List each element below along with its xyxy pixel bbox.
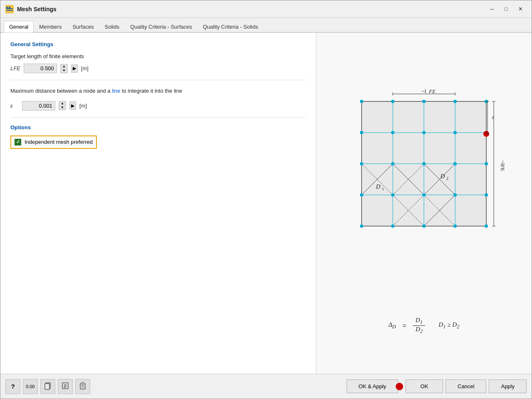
svg-point-43 <box>391 224 394 228</box>
independent-mesh-row[interactable]: ✓ Independent mesh preferred <box>10 135 97 149</box>
svg-point-37 <box>360 193 363 197</box>
svg-point-45 <box>453 224 457 228</box>
svg-text:ε: ε <box>492 114 495 120</box>
tab-quality-criteria-solids[interactable]: Quality Criteria - Solids <box>197 21 264 32</box>
fraction-numerator: D1 <box>416 317 423 325</box>
cancel-button[interactable]: Cancel <box>446 379 486 393</box>
svg-point-22 <box>360 100 363 103</box>
svg-text:2: 2 <box>446 176 448 181</box>
svg-rect-4 <box>9 7 10 8</box>
checkbox-checkmark: ✓ <box>16 139 20 145</box>
export-icon <box>61 382 69 392</box>
svg-point-41 <box>485 193 488 197</box>
copy-button[interactable] <box>40 379 55 394</box>
divider1 <box>10 80 306 80</box>
tabs-bar: General Members Surfaces Solids Quality … <box>0 18 532 33</box>
title-bar-left: Mesh Settings <box>5 5 57 13</box>
svg-rect-67 <box>62 383 68 389</box>
equals-sign: = <box>403 322 406 329</box>
svg-point-34 <box>422 162 426 165</box>
mesh-settings-window: Mesh Settings ─ □ ✕ General Members Surf… <box>0 0 532 399</box>
decimal-icon: 0.00 <box>26 384 34 389</box>
mesh-diagram: ~l FE ~lFE ε D 1 D <box>337 89 511 297</box>
tab-general[interactable]: General <box>4 21 34 32</box>
tab-solids[interactable]: Solids <box>99 21 125 32</box>
epsilon-input-row: ε ▲ ▼ ▶ [m] <box>10 101 306 111</box>
options-section: Options ✓ Independent mesh preferred <box>10 124 306 149</box>
svg-text:FE: FE <box>429 89 436 94</box>
divider2 <box>10 117 306 118</box>
apply-button[interactable]: Apply <box>489 379 527 393</box>
ok-apply-button[interactable]: OK & Apply <box>347 379 398 393</box>
lfe-label: LFE <box>10 65 20 71</box>
tab-quality-criteria-surfaces[interactable]: Quality Criteria - Surfaces <box>125 21 197 32</box>
svg-point-44 <box>422 224 426 228</box>
right-panel: ~l FE ~lFE ε D 1 D <box>316 33 532 374</box>
svg-point-40 <box>453 193 457 197</box>
bottom-bar: ? 0.00 <box>0 374 532 399</box>
general-settings-title: General Settings <box>10 41 306 47</box>
paste-button[interactable] <box>75 379 90 394</box>
action-buttons: OK & Apply OK Cancel Apply <box>347 379 527 393</box>
app-icon <box>5 5 14 13</box>
export-button[interactable] <box>58 379 73 394</box>
decimal-button[interactable]: 0.00 <box>23 379 38 394</box>
bottom-toolbar: ? 0.00 <box>5 379 90 394</box>
lfe-input-row: LFE ▲ ▼ ▶ [m] <box>10 64 306 73</box>
options-title: Options <box>10 124 306 131</box>
svg-text:~lFE: ~lFE <box>500 160 506 171</box>
maximize-button[interactable]: □ <box>500 5 512 14</box>
svg-rect-2 <box>6 10 13 11</box>
title-bar: Mesh Settings ─ □ ✕ <box>0 0 532 18</box>
svg-point-42 <box>360 224 363 228</box>
help-button[interactable]: ? <box>5 379 20 394</box>
lfe-unit: [m] <box>81 65 89 71</box>
ok-button[interactable]: OK <box>406 379 443 393</box>
svg-point-36 <box>485 162 488 165</box>
svg-rect-66 <box>45 384 49 389</box>
svg-text:1: 1 <box>382 187 384 191</box>
left-panel: General Settings Target length of finite… <box>0 33 316 374</box>
svg-point-38 <box>391 193 394 197</box>
svg-text:~l: ~l <box>422 89 426 94</box>
lfe-increment[interactable]: ▲ <box>61 64 67 69</box>
independent-mesh-label: Independent mesh preferred <box>25 139 93 145</box>
window-title: Mesh Settings <box>17 6 57 12</box>
minimize-button[interactable]: ─ <box>486 5 498 14</box>
epsilon-increment[interactable]: ▲ <box>59 101 66 106</box>
independent-mesh-checkbox[interactable]: ✓ <box>15 139 21 145</box>
epsilon-label: ε <box>10 103 19 109</box>
content-area: General Settings Target length of finite… <box>0 33 532 374</box>
epsilon-spinner: ▲ ▼ <box>59 101 66 110</box>
tab-members[interactable]: Members <box>34 21 67 32</box>
tab-surfaces[interactable]: Surfaces <box>67 21 99 32</box>
svg-point-35 <box>453 162 457 165</box>
svg-point-32 <box>360 162 363 165</box>
svg-point-29 <box>422 131 426 134</box>
svg-point-24 <box>422 100 426 103</box>
close-button[interactable]: ✕ <box>514 5 527 14</box>
lfe-spinner: ▲ ▼ <box>60 64 68 73</box>
delta-d-symbol: ΔD <box>389 321 396 330</box>
epsilon-description: Maximum distance between a node and a li… <box>10 87 306 95</box>
help-icon: ? <box>11 383 15 390</box>
svg-point-30 <box>453 131 457 134</box>
svg-point-25 <box>453 100 457 103</box>
lfe-input[interactable] <box>24 64 57 73</box>
diagram-container: ~l FE ~lFE ε D 1 D <box>337 72 511 313</box>
line-highlight: line <box>112 88 120 94</box>
condition-text: D1 ≥ D2 <box>438 321 459 330</box>
svg-point-46 <box>485 224 488 228</box>
lfe-decrement[interactable]: ▼ <box>61 69 67 73</box>
epsilon-unit: [m] <box>79 103 87 109</box>
fraction: D1 D2 <box>413 317 425 335</box>
lfe-arrow-button[interactable]: ▶ <box>71 64 78 73</box>
epsilon-decrement[interactable]: ▼ <box>59 106 66 110</box>
paste-icon <box>79 382 87 392</box>
ok-apply-wrapper: OK & Apply <box>347 379 403 393</box>
epsilon-arrow-button[interactable]: ▶ <box>69 101 76 110</box>
svg-point-39 <box>422 193 426 197</box>
epsilon-input[interactable] <box>22 101 55 111</box>
red-dot-indicator <box>396 383 403 390</box>
lfe-description: Target length of finite elements <box>10 53 306 59</box>
